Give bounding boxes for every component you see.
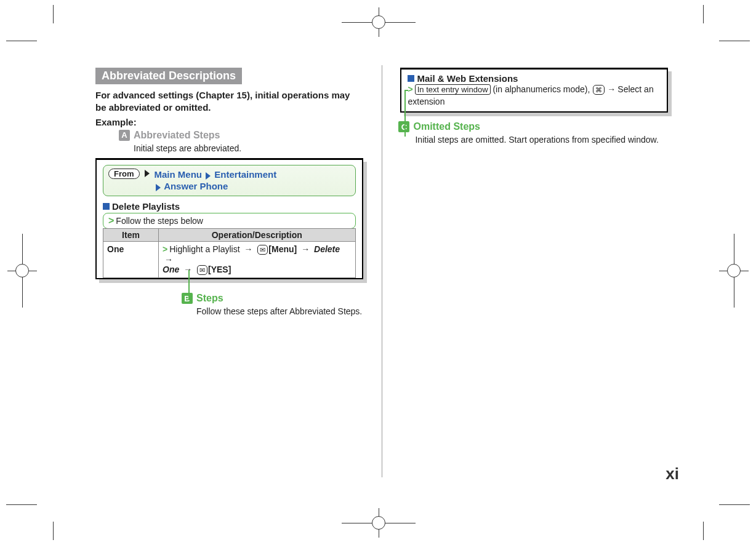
mail-key-icon: ✉	[197, 265, 207, 275]
crumb-c: Answer Phone	[164, 181, 228, 191]
body-part: (in alphanumerics mode),	[493, 84, 590, 94]
cell-item: One	[103, 241, 159, 278]
callout-c-title: Omitted Steps	[413, 121, 480, 132]
arrow-icon: →	[607, 84, 616, 94]
square-bullet-icon	[103, 203, 110, 210]
from-chip: From	[108, 169, 140, 179]
arrow-icon: →	[164, 255, 173, 265]
callout-b-title: Steps	[196, 293, 223, 304]
section-heading: Abbreviated Descriptions	[95, 68, 242, 84]
table-row: One >Highlight a Playlist → ✉[Menu] → De…	[103, 241, 356, 278]
callout-b: B Steps	[182, 293, 363, 304]
connector-line	[404, 90, 408, 91]
chevron-icon: >	[163, 244, 167, 254]
callout-a-title: Abbreviated Steps	[134, 130, 220, 141]
panel2-heading-text: Mail & Web Extensions	[417, 73, 518, 84]
arrow-icon: →	[301, 244, 310, 254]
panel2-body: >In text entry window (in alphanumerics …	[408, 84, 661, 108]
square-bullet-icon	[408, 75, 414, 82]
follow-steps-text: Follow the steps below	[116, 216, 203, 226]
op-part: Highlight a Playlist	[169, 244, 239, 254]
table-header-row: Item Operation/Description	[103, 228, 356, 241]
steps-table: Item Operation/Description One >Highligh…	[103, 228, 356, 279]
chevron-icon: >	[408, 84, 412, 94]
mail-key-icon: ✉	[257, 245, 268, 255]
web-key-icon: ⌘	[593, 85, 605, 95]
badge-c-icon: C	[398, 121, 409, 132]
panel1-heading-text: Delete Playlists	[112, 201, 180, 212]
page-number: xi	[666, 464, 679, 483]
op-part: One	[163, 265, 179, 274]
crumb-a: Main Menu	[155, 169, 203, 180]
callout-b-sub: Follow these steps after Abbreviated Ste…	[196, 306, 363, 316]
callout-c-sub: Initial steps are omitted. Start operati…	[415, 135, 668, 145]
boxed-term: In text entry window	[415, 84, 491, 95]
connector-line	[404, 90, 406, 137]
triangle-icon	[206, 172, 211, 180]
column-divider	[382, 65, 382, 477]
right-column: Mail & Web Extensions >In text entry win…	[400, 68, 668, 477]
intro-text: For advanced settings (Chapter 15), init…	[95, 89, 363, 114]
callout-c: C Omitted Steps	[398, 121, 668, 132]
th-op: Operation/Description	[159, 228, 356, 241]
op-part: Delete	[314, 244, 340, 254]
panel2: Mail & Web Extensions >In text entry win…	[400, 68, 668, 113]
follow-steps-box: >Follow the steps below	[103, 213, 356, 229]
callout-a: A Abbreviated Steps	[119, 130, 363, 141]
left-column: Abbreviated Descriptions For advanced se…	[95, 68, 363, 477]
breadcrumb-text: Main Menu Entertainment Answer Phone	[155, 169, 277, 193]
panel1-heading: Delete Playlists	[103, 201, 356, 212]
chevron-icon: >	[108, 215, 114, 226]
arrow-icon: →	[244, 244, 252, 254]
badge-b-icon: B	[182, 293, 193, 304]
example-label: Example:	[95, 117, 363, 127]
triangle-icon	[145, 170, 150, 177]
connector-line	[188, 270, 190, 300]
th-item: Item	[103, 228, 159, 241]
panel2-heading: Mail & Web Extensions	[408, 73, 661, 84]
badge-a-icon: A	[119, 130, 130, 141]
crumb-b: Entertainment	[214, 169, 276, 180]
triangle-icon	[156, 184, 161, 191]
callout-a-sub: Initial steps are abbreviated.	[134, 143, 363, 153]
page-content: Abbreviated Descriptions For advanced se…	[95, 68, 668, 486]
op-part: [YES]	[208, 265, 231, 274]
example-panel: From Main Menu Entertainment Answer Phon…	[95, 158, 363, 280]
op-part: [Menu]	[268, 244, 297, 254]
from-breadcrumb: From Main Menu Entertainment Answer Phon…	[103, 165, 356, 196]
